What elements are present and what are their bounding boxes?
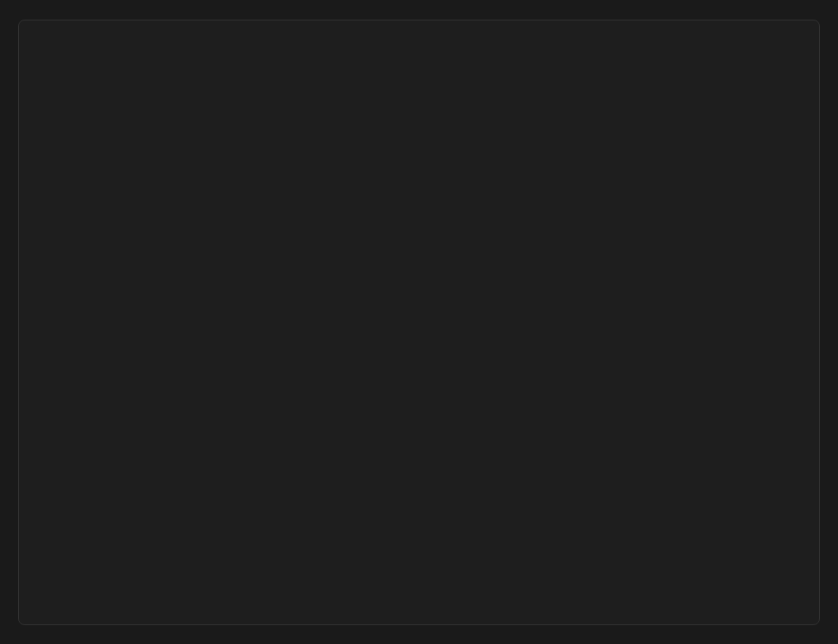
code-block xyxy=(35,37,795,56)
code-window xyxy=(18,20,820,625)
